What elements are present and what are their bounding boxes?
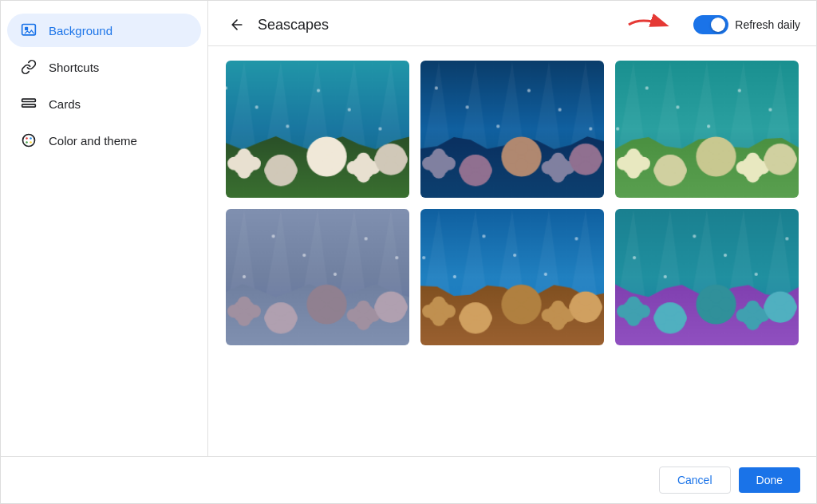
seascape-image: [420, 61, 604, 198]
svg-point-4: [23, 135, 35, 147]
image-card[interactable]: [614, 207, 800, 348]
svg-point-8: [30, 141, 32, 144]
image-card[interactable]: [419, 207, 606, 348]
svg-point-5: [26, 137, 28, 140]
seascape-image: [615, 209, 799, 346]
header-left: Seascapes: [224, 12, 329, 37]
back-button[interactable]: [224, 12, 250, 37]
svg-rect-1: [25, 27, 28, 30]
red-arrow-indicator: [625, 13, 685, 37]
color-icon: [20, 132, 37, 149]
toggle-label: Refresh daily: [735, 18, 800, 31]
image-card[interactable]: [614, 59, 800, 199]
sidebar-item-shortcuts[interactable]: Shortcuts: [7, 50, 201, 84]
images-scroll[interactable]: [208, 46, 816, 456]
done-button[interactable]: Done: [739, 467, 800, 493]
sidebar-label-background: Background: [49, 24, 112, 37]
background-icon: [20, 22, 37, 39]
svg-point-7: [26, 141, 28, 144]
seascape-image: [226, 61, 409, 198]
content-header: Seascapes: [208, 1, 816, 46]
svg-rect-2: [22, 99, 36, 101]
toggle-container[interactable]: Refresh daily: [693, 15, 800, 34]
dialog: Background Shortcuts: [1, 1, 816, 503]
sidebar-label-color-theme: Color and theme: [49, 134, 137, 148]
cancel-button[interactable]: Cancel: [659, 467, 731, 494]
sidebar-item-background[interactable]: Background: [7, 14, 201, 47]
header-right: Refresh daily: [625, 13, 800, 37]
dialog-footer: Cancel Done: [1, 456, 816, 503]
image-card[interactable]: [224, 59, 411, 199]
image-card[interactable]: [224, 207, 411, 348]
sidebar-label-cards: Cards: [49, 97, 81, 111]
seascape-image: [420, 209, 604, 346]
page-title: Seascapes: [258, 17, 329, 33]
main-content: Seascapes: [208, 1, 816, 456]
cards-icon: [20, 95, 37, 112]
seascape-image: [615, 61, 799, 198]
sidebar-item-color-theme[interactable]: Color and theme: [7, 124, 201, 157]
sidebar-label-shortcuts: Shortcuts: [49, 61, 99, 74]
refresh-daily-toggle[interactable]: [693, 15, 728, 34]
sidebar: Background Shortcuts: [1, 1, 208, 456]
svg-rect-3: [22, 104, 36, 107]
dialog-body: Background Shortcuts: [1, 1, 816, 456]
svg-point-6: [30, 137, 32, 140]
images-grid: [224, 59, 800, 347]
shortcuts-icon: [20, 58, 37, 76]
seascape-image: [226, 209, 409, 346]
sidebar-item-cards[interactable]: Cards: [7, 87, 201, 120]
image-card[interactable]: [419, 59, 606, 199]
